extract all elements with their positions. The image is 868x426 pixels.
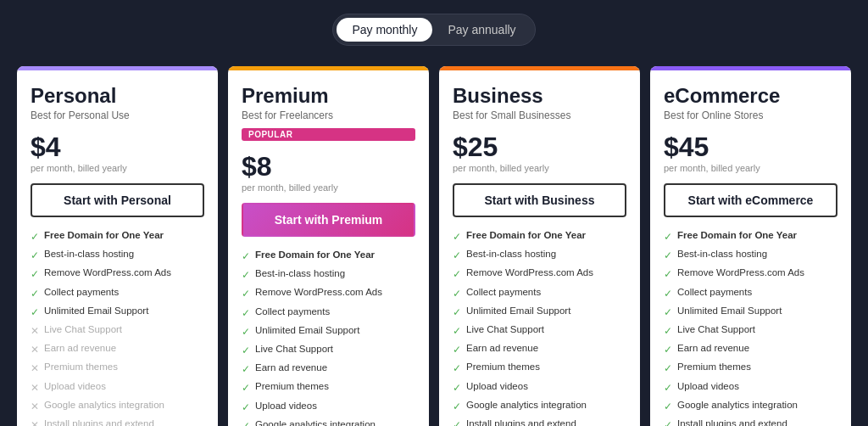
feature-text: Best-in-class hosting — [466, 248, 556, 261]
feature-text: Premium themes — [466, 361, 540, 374]
pay-monthly-button[interactable]: Pay monthly — [337, 18, 432, 42]
cross-icon: ✕ — [31, 362, 39, 375]
check-icon: ✓ — [242, 306, 250, 320]
list-item: ✓Remove WordPress.com Ads — [664, 266, 837, 281]
list-item: ✓Remove WordPress.com Ads — [453, 266, 626, 281]
check-icon: ✓ — [664, 400, 672, 413]
feature-text: Best-in-class hosting — [677, 248, 767, 261]
check-icon: ✓ — [453, 418, 461, 426]
check-icon: ✓ — [242, 419, 250, 426]
feature-text: Remove WordPress.com Ads — [466, 266, 593, 280]
list-item: ✓Upload videos — [664, 380, 837, 395]
feature-text: Best-in-class hosting — [44, 248, 134, 261]
check-icon: ✓ — [453, 287, 461, 300]
check-icon: ✓ — [664, 305, 672, 319]
popular-badge: POPULAR — [242, 128, 415, 141]
business-name: Business — [453, 84, 626, 108]
feature-text: Earn ad revenue — [677, 342, 749, 356]
list-item: ✓Earn ad revenue — [242, 362, 415, 376]
feature-text: Remove WordPress.com Ads — [255, 286, 382, 300]
list-item: ✕Upload videos — [31, 380, 204, 395]
feature-text: Earn ad revenue — [44, 342, 116, 356]
list-item: ✓Free Domain for One Year — [242, 249, 415, 263]
list-item: ✓Premium themes — [242, 380, 415, 395]
pricing-cards: PersonalBest for Personal Use$4per month… — [17, 66, 851, 426]
check-icon: ✓ — [242, 325, 250, 339]
check-icon: ✓ — [453, 230, 461, 244]
business-cta-button[interactable]: Start with Business — [453, 183, 626, 217]
list-item: ✓Best-in-class hosting — [664, 248, 837, 262]
feature-text: Unlimited Email Support — [677, 305, 782, 318]
list-item: ✓Remove WordPress.com Ads — [242, 286, 415, 300]
check-icon: ✓ — [664, 249, 672, 262]
ecommerce-features-list: ✓Free Domain for One Year✓Best-in-class … — [664, 229, 837, 426]
check-icon: ✓ — [664, 343, 672, 356]
feature-text: Upload videos — [255, 400, 317, 413]
feature-text: Earn ad revenue — [466, 342, 538, 356]
check-icon: ✓ — [31, 287, 39, 300]
list-item: ✓Live Chat Support — [453, 323, 626, 338]
feature-text: Free Domain for One Year — [466, 229, 586, 243]
list-item: ✓Upload videos — [453, 380, 626, 395]
feature-text: Collect payments — [677, 286, 752, 300]
feature-text: Free Domain for One Year — [677, 229, 797, 243]
check-icon: ✓ — [242, 381, 250, 395]
list-item: ✓Earn ad revenue — [664, 342, 837, 356]
list-item: ✓Google analytics integration — [664, 399, 837, 413]
ecommerce-subtitle: Best for Online Stores — [664, 109, 837, 121]
list-item: ✓Unlimited Email Support — [664, 305, 837, 319]
feature-text: Live Chat Support — [44, 323, 122, 337]
premium-subtitle: Best for Freelancers — [242, 109, 415, 121]
list-item: ✕Live Chat Support — [31, 323, 204, 338]
ecommerce-cta-button[interactable]: Start with eCommerce — [664, 183, 837, 217]
pay-annually-button[interactable]: Pay annually — [432, 18, 531, 42]
feature-text: Google analytics integration — [466, 399, 587, 412]
premium-name: Premium — [242, 84, 415, 108]
check-icon: ✓ — [453, 324, 461, 338]
check-icon: ✓ — [31, 249, 39, 262]
list-item: ✓Unlimited Email Support — [242, 324, 415, 339]
check-icon: ✓ — [453, 249, 461, 262]
list-item: ✓Live Chat Support — [664, 323, 837, 338]
feature-text: Collect payments — [44, 286, 119, 300]
check-icon: ✓ — [453, 267, 461, 281]
check-icon: ✓ — [664, 418, 672, 426]
check-icon: ✓ — [242, 401, 250, 414]
premium-features-list: ✓Free Domain for One Year✓Best-in-class … — [242, 249, 415, 426]
feature-text: Upload videos — [44, 380, 106, 394]
list-item: ✕Google analytics integration — [31, 399, 204, 413]
premium-cta-button[interactable]: Start with Premium — [242, 203, 415, 237]
personal-cta-button[interactable]: Start with Personal — [31, 183, 204, 217]
plan-card-personal: PersonalBest for Personal Use$4per month… — [17, 66, 218, 426]
cross-icon: ✕ — [31, 418, 39, 426]
list-item: ✓Collect payments — [242, 305, 415, 320]
check-icon: ✓ — [664, 362, 672, 375]
check-icon: ✓ — [453, 362, 461, 375]
list-item: ✓Best-in-class hosting — [453, 248, 626, 262]
check-icon: ✓ — [664, 287, 672, 300]
feature-text: Google analytics integration — [255, 418, 376, 426]
business-billing: per month, billed yearly — [453, 163, 626, 173]
check-icon: ✓ — [31, 230, 39, 244]
feature-text: Remove WordPress.com Ads — [44, 266, 171, 280]
check-icon: ✓ — [242, 362, 250, 376]
feature-text: Unlimited Email Support — [44, 305, 148, 318]
cross-icon: ✕ — [31, 400, 39, 413]
check-icon: ✓ — [31, 305, 39, 319]
ecommerce-price: $45 — [664, 132, 837, 163]
list-item: ✓Upload videos — [242, 400, 415, 414]
list-item: ✓Install plugins and extend functionalit… — [453, 418, 626, 426]
check-icon: ✓ — [242, 344, 250, 357]
feature-text: Premium themes — [677, 361, 751, 374]
feature-text: Install plugins and extend functionality… — [466, 418, 626, 426]
feature-text: Upload videos — [677, 380, 739, 394]
list-item: ✓Google analytics integration — [453, 399, 626, 413]
list-item: ✓Install plugins and extend functionalit… — [664, 418, 837, 426]
check-icon: ✓ — [242, 287, 250, 300]
feature-text: Upload videos — [466, 380, 528, 394]
list-item: ✓Collect payments — [453, 286, 626, 300]
personal-subtitle: Best for Personal Use — [31, 109, 204, 121]
personal-price: $4 — [31, 132, 204, 163]
list-item: ✓Best-in-class hosting — [31, 248, 204, 262]
feature-text: Live Chat Support — [466, 323, 544, 337]
